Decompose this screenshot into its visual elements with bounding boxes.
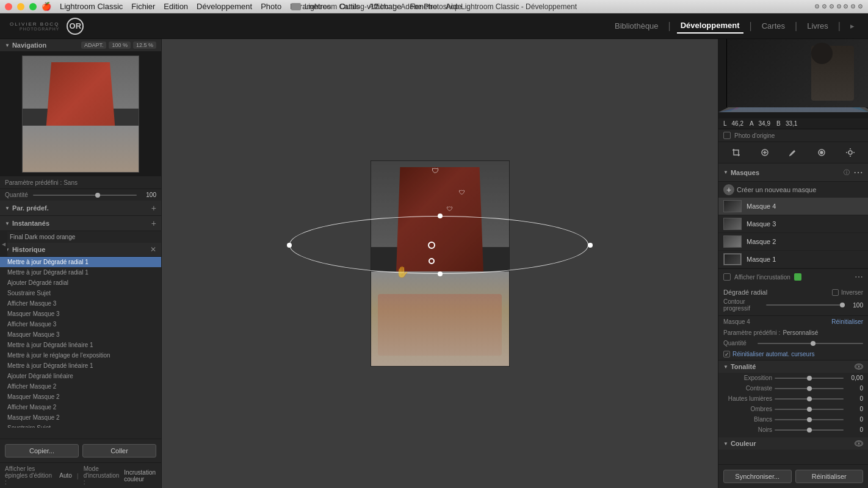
historique-header[interactable]: ▼ Historique ✕ (0, 243, 161, 257)
mask-handle-top[interactable] (438, 214, 443, 218)
maximize-window-button[interactable] (29, 3, 37, 10)
mask-item-4[interactable]: Masque 4 (718, 198, 868, 215)
instantanes-add-icon[interactable]: + (151, 218, 156, 228)
history-list: Mettre à jour Dégradé radial 1 Mettre à … (0, 257, 161, 428)
create-mask-button[interactable]: + Créer un nouveau masque (718, 182, 868, 198)
nav-cartes[interactable]: Cartes (758, 19, 789, 33)
blancs-slider[interactable] (775, 419, 844, 420)
history-item-6[interactable]: Afficher Masque 3 (0, 319, 161, 329)
historique-close-icon[interactable]: ✕ (150, 245, 156, 254)
copier-button[interactable]: Copier... (5, 444, 79, 458)
photo-origin-label: Photo d'origine (734, 132, 775, 139)
tool-crop[interactable] (729, 146, 743, 159)
menu-developpement[interactable]: Développement (197, 2, 252, 11)
masques-more-icon[interactable]: ⋯ (853, 167, 863, 178)
nav-bibliotheque[interactable]: Bibliothèque (611, 19, 662, 33)
nav-livres[interactable]: Livres (803, 19, 832, 33)
photo-origin-checkbox[interactable] (723, 132, 731, 139)
tonalite-eye-icon[interactable] (855, 364, 863, 370)
exposition-slider[interactable] (775, 378, 844, 379)
quantity-thumb (95, 193, 100, 198)
contour-slider[interactable] (766, 304, 845, 306)
inverser-cb[interactable] (832, 289, 839, 296)
couleur-eye-icon[interactable] (855, 440, 863, 447)
reinit-auto-row: ✓ Réinitialiser automat. curseurs (718, 348, 868, 361)
quantity-slider[interactable] (33, 195, 137, 196)
mask-item-2[interactable]: Masque 2 (718, 233, 868, 251)
nav-triangle-icon: ▼ (5, 43, 10, 48)
nav-developpement[interactable]: Développement (677, 18, 743, 34)
mask-center-point[interactable] (428, 242, 435, 249)
history-item-10[interactable]: Mettre à jour Dégradé linéaire 1 (0, 361, 161, 371)
canvas-area[interactable]: 🛡 🛡 🛡 ✋ (162, 39, 718, 488)
ombres-slider[interactable] (775, 409, 844, 410)
contraste-slider[interactable] (775, 388, 844, 389)
masques-title: Masques (731, 169, 759, 176)
history-item-0[interactable]: Mettre à jour Dégradé radial 1 (0, 257, 161, 267)
menu-photo[interactable]: Photo (261, 2, 281, 11)
par-predef-header[interactable]: ▼ Par. prédef. + (0, 201, 161, 216)
history-item-3[interactable]: Soustraire Sujet (0, 288, 161, 298)
history-item-13[interactable]: Masquer Masque 2 (0, 392, 161, 402)
tool-brush[interactable] (786, 146, 800, 159)
mask-handle-right[interactable] (588, 243, 593, 248)
menu-app-name[interactable]: Lightroom Classic (60, 2, 123, 11)
mask-item-1[interactable]: Masque 1 (718, 251, 868, 268)
history-item-4[interactable]: Afficher Masque 3 (0, 298, 161, 309)
tool-eyedropper[interactable] (815, 146, 828, 159)
tonalite-triangle-icon: ▼ (723, 364, 728, 370)
mask-item-3[interactable]: Masque 3 (718, 215, 868, 233)
history-item-2[interactable]: Ajouter Dégradé radial (0, 278, 161, 288)
masques-info-icon[interactable]: ⓘ (844, 168, 850, 177)
incrustation-color-swatch[interactable] (794, 273, 801, 281)
color-values: L 46,2 A 34,9 B 33,1 (718, 118, 868, 129)
menu-fichier[interactable]: Fichier (131, 2, 155, 11)
predef-add-icon[interactable]: + (151, 203, 156, 213)
masque4-quantite-slider[interactable] (758, 343, 863, 344)
coller-button[interactable]: Coller (82, 444, 156, 458)
history-item-15[interactable]: Masquer Masque 2 (0, 412, 161, 423)
history-item-16[interactable]: Soustraire Sujet (0, 423, 161, 428)
app-navigation: Bibliothèque | Développement | Cartes | … (611, 18, 858, 34)
mask-handle-left[interactable] (287, 243, 292, 248)
nav-badges: ADAPT. 100 % 12.5 % (81, 41, 156, 49)
history-item-14[interactable]: Afficher Masque 2 (0, 402, 161, 412)
history-item-11[interactable]: Ajouter Dégradé linéaire (0, 371, 161, 381)
tonal-row-blancs: Blancs 0 (718, 414, 868, 425)
history-item-1[interactable]: Mettre à jour Dégradé radial 1 (0, 267, 161, 278)
mask-3-preview (724, 218, 741, 229)
reinit-auto-checkbox[interactable]: ✓ (723, 351, 730, 357)
photo-bikes-main (378, 294, 502, 356)
history-item-7[interactable]: Masquer Masque 3 (0, 329, 161, 340)
snapshot-item-1[interactable]: Final Dark mood orange (0, 231, 161, 243)
historique-section: ▼ Historique ✕ Mettre à jour Dégradé rad… (0, 243, 161, 428)
couleur-header[interactable]: ▼ Couleur (718, 437, 868, 450)
color-A-value: 34,9 (758, 120, 770, 127)
synchroniser-button[interactable]: Synchroniser... (723, 470, 792, 483)
tool-heal[interactable] (758, 146, 772, 159)
incrustation-more-icon[interactable]: ⋯ (855, 272, 863, 282)
hautes-lumieres-slider[interactable] (775, 398, 844, 400)
history-item-9[interactable]: Mettre à jour le réglage de l'exposition (0, 350, 161, 361)
reinitialiser-button[interactable]: Réinitialiser (795, 470, 864, 483)
nav-more[interactable]: ▸ (847, 19, 858, 33)
tool-settings[interactable] (844, 146, 857, 159)
masque4-reinit-button[interactable]: Réinitialiser (831, 318, 863, 325)
history-item-5[interactable]: Masquer Masque 3 (0, 309, 161, 319)
tonalite-header[interactable]: ▼ Tonalité (718, 361, 868, 373)
mask-rotation-point[interactable] (429, 258, 435, 264)
navigation-header[interactable]: ▼ Navigation ADAPT. 100 % 12.5 % (0, 39, 161, 52)
history-item-8[interactable]: Mettre à jour Dégradé linéaire 1 (0, 340, 161, 350)
history-item-12[interactable]: Afficher Masque 2 (0, 381, 161, 392)
mask-1-preview (724, 254, 741, 265)
mask-handle-bottom[interactable] (438, 271, 443, 276)
noirs-slider[interactable] (775, 429, 844, 431)
reinit-auto-label[interactable]: Réinitialiser automat. curseurs (732, 351, 815, 357)
close-window-button[interactable] (5, 3, 12, 10)
menu-apple[interactable]: 🍎 (42, 2, 51, 11)
menu-edition[interactable]: Edition (164, 2, 188, 11)
minimize-window-button[interactable] (17, 3, 24, 10)
left-panel-toggle[interactable]: ◀ (0, 232, 7, 256)
afficher-incrustation-checkbox[interactable] (723, 273, 731, 281)
instantanes-header[interactable]: ▼ Instantanés + (0, 216, 161, 231)
